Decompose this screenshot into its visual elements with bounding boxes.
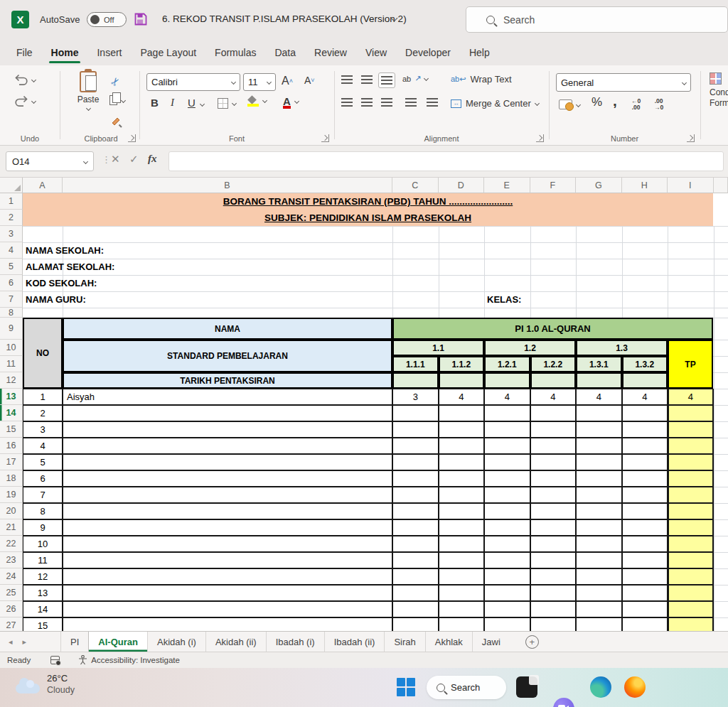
cell-F16[interactable]	[530, 438, 577, 454]
cell-B21[interactable]	[63, 519, 392, 536]
cell-D12[interactable]	[439, 372, 485, 389]
cell-F20[interactable]	[530, 503, 577, 519]
header-1-2-1[interactable]: 1.2.1	[484, 356, 530, 372]
cell-E21[interactable]	[484, 519, 530, 536]
bottom-align-button[interactable]	[378, 72, 395, 88]
row-header-13[interactable]: 13	[0, 389, 23, 405]
header-1-2-2[interactable]: 1.2.2	[530, 356, 577, 372]
cell-C19[interactable]	[392, 487, 439, 503]
header-1-1-1[interactable]: 1.1.1	[392, 356, 439, 372]
cell-A13[interactable]: 1	[23, 389, 63, 405]
cell-C22[interactable]	[392, 536, 439, 552]
font-size-combobox[interactable]: 11	[243, 73, 276, 91]
cell-D25[interactable]	[439, 585, 485, 601]
orientation-button[interactable]: ab↗	[402, 74, 428, 83]
cell-C25[interactable]	[392, 585, 439, 601]
tab-data[interactable]: Data	[265, 41, 305, 65]
underline-button[interactable]: U	[188, 97, 196, 109]
tab-page-layout[interactable]: Page Layout	[131, 41, 205, 65]
cell-B26[interactable]	[63, 601, 392, 617]
cell-C12[interactable]	[392, 372, 439, 389]
cell-H23[interactable]	[622, 552, 668, 568]
row-header-17[interactable]: 17	[0, 454, 23, 470]
cell-E23[interactable]	[484, 552, 530, 568]
cell-G26[interactable]	[576, 601, 622, 617]
sheet-nav-left-icon[interactable]: ◂	[9, 637, 13, 647]
cell-D16[interactable]	[439, 438, 485, 454]
cell-C15[interactable]	[392, 421, 439, 438]
row-header-7[interactable]: 7	[0, 291, 23, 308]
cell-D24[interactable]	[439, 568, 485, 585]
cell-F25[interactable]	[530, 585, 577, 601]
column-header-I[interactable]: I	[668, 178, 714, 193]
italic-button[interactable]: I	[171, 97, 174, 109]
cell-E14[interactable]	[484, 405, 530, 421]
row-header-23[interactable]: 23	[0, 552, 23, 568]
cell-H25[interactable]	[622, 585, 668, 601]
cell-G24[interactable]	[576, 568, 622, 585]
cell-A22[interactable]: 10	[23, 536, 63, 552]
cell-D26[interactable]	[439, 601, 485, 617]
cell-E27[interactable]	[484, 617, 530, 631]
row-header-24[interactable]: 24	[0, 568, 23, 585]
header-tp[interactable]: TP	[668, 340, 713, 389]
cell-G22[interactable]	[576, 536, 622, 552]
tab-review[interactable]: Review	[305, 41, 356, 65]
row-header-21[interactable]: 21	[0, 519, 23, 536]
cell-G17[interactable]	[576, 454, 622, 470]
sheet-nav-right-icon[interactable]: ▸	[23, 637, 27, 647]
header-pi-al-quran[interactable]: PI 1.0 AL-QURAN	[392, 318, 713, 340]
cell-H13[interactable]: 4	[622, 389, 668, 405]
header-1-1[interactable]: 1.1	[392, 340, 484, 356]
accounting-format-button[interactable]	[559, 99, 580, 109]
copy-button[interactable]	[109, 95, 125, 105]
sheet-title-row1[interactable]: BORANG TRANSIT PENTAKSIRAN (PBD) TAHUN .…	[23, 193, 713, 210]
cell-E18[interactable]	[484, 470, 530, 487]
cell-E15[interactable]	[484, 421, 530, 438]
cut-button[interactable]: ✂	[111, 75, 120, 88]
tab-file[interactable]: File	[7, 41, 42, 65]
cell-D19[interactable]	[439, 487, 485, 503]
row-header-26[interactable]: 26	[0, 601, 23, 617]
cell-I20[interactable]	[668, 503, 714, 519]
row-header-3[interactable]: 3	[0, 226, 23, 242]
cell-E19[interactable]	[484, 487, 530, 503]
cell-G13[interactable]: 4	[576, 389, 622, 405]
alignment-dialog-launcher[interactable]	[536, 134, 544, 142]
name-box[interactable]: O14	[6, 151, 94, 171]
middle-align-button[interactable]	[361, 75, 373, 84]
cell-H12[interactable]	[622, 372, 668, 389]
fill-color-button[interactable]	[247, 97, 267, 104]
column-header-A[interactable]: A	[23, 178, 63, 193]
header-1-3-1[interactable]: 1.3.1	[576, 356, 622, 372]
header-tarikh-pentaksiran[interactable]: TARIKH PENTAKSIRAN	[63, 372, 392, 389]
cell-F27[interactable]	[530, 617, 577, 631]
cell-E26[interactable]	[484, 601, 530, 617]
tab-view[interactable]: View	[356, 41, 396, 65]
save-icon[interactable]	[134, 12, 148, 29]
cell-I24[interactable]	[668, 568, 714, 585]
macro-record-icon[interactable]	[50, 656, 60, 664]
search-input[interactable]	[503, 14, 681, 26]
cell-A16[interactable]: 4	[23, 438, 63, 454]
header-1-3-2[interactable]: 1.3.2	[622, 356, 668, 372]
cell-C17[interactable]	[392, 454, 439, 470]
cell-I18[interactable]	[668, 470, 714, 487]
cell-A19[interactable]: 7	[23, 487, 63, 503]
cell-A15[interactable]: 3	[23, 421, 63, 438]
cell-F23[interactable]	[530, 552, 577, 568]
cell-D15[interactable]	[439, 421, 485, 438]
cell-B25[interactable]	[63, 585, 392, 601]
row-header-8[interactable]: 8	[0, 308, 23, 318]
column-header-C[interactable]: C	[392, 178, 439, 193]
increase-font-button[interactable]: A˄	[282, 75, 293, 87]
cell-F12[interactable]	[530, 372, 577, 389]
header-1-2[interactable]: 1.2	[484, 340, 576, 356]
titlebar-search-box[interactable]	[466, 6, 728, 33]
row-header-6[interactable]: 6	[0, 275, 23, 291]
sheet-title-row2[interactable]: SUBJEK: PENDIDIKAN ISLAM PRASEKOLAH	[23, 210, 713, 226]
cell-E25[interactable]	[484, 585, 530, 601]
wrap-text-button[interactable]: ab↩ Wrap Text	[451, 74, 512, 85]
cell-B15[interactable]	[63, 421, 392, 438]
header-1-3[interactable]: 1.3	[576, 340, 668, 356]
